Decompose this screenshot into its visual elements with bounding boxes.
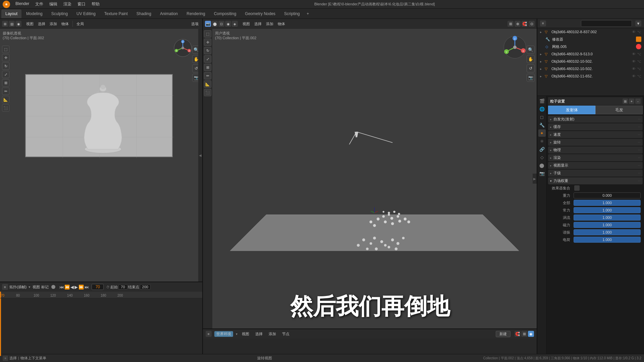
prop-objectdata-icon[interactable]: ◇ [538, 154, 546, 161]
left-collapse-handle[interactable]: ◀ [198, 29, 202, 282]
outliner-item-0[interactable]: ▸ ▽ Obj3d66-480102-8-837.002 👁 ⌥ [537, 28, 644, 36]
step-back-btn[interactable]: ⏪ [64, 285, 70, 290]
particle-tab-emit[interactable]: 发射体 [548, 106, 595, 114]
outliner-menu-icon[interactable]: ≡ [540, 20, 546, 26]
go-last-btn[interactable]: ⏭ [85, 285, 89, 290]
section-velocity-header[interactable]: ▸ 速度 ··· [548, 131, 643, 138]
normal-value[interactable]: 1.000 [574, 207, 641, 213]
charge-value[interactable]: 1.000 [574, 237, 641, 243]
menu-edit[interactable]: 编辑 [47, 1, 60, 8]
tab-scripting[interactable]: Scripting [280, 9, 304, 18]
proportional-icon[interactable]: ⊙ [529, 21, 535, 27]
left-options-menu[interactable]: 选项 [190, 21, 200, 27]
shader-add-menu[interactable]: 添加 [267, 331, 278, 337]
left-view-menu[interactable]: 视图 [24, 21, 35, 27]
harmonic-value[interactable]: 1.000 [574, 229, 641, 235]
shader-world-label[interactable]: 世界环境 [214, 331, 233, 337]
section-physics-header[interactable]: ▸ 物理 ··· [548, 146, 643, 154]
prop-scene-icon[interactable]: 🎬 [538, 97, 546, 105]
viewport3d-camera-icon[interactable]: 📷 [205, 21, 211, 27]
gravity-value[interactable]: 0.000 [574, 192, 641, 198]
timeline-menu-icon[interactable]: ≡ [2, 284, 8, 290]
shader-node-menu[interactable]: 节点 [280, 331, 291, 337]
r-pan-icon[interactable]: ✋ [527, 55, 535, 63]
prop-physics-icon[interactable]: ⚛ [538, 137, 546, 145]
menu-render[interactable]: 渲染 [61, 1, 74, 8]
right-view-menu[interactable]: 视图 [241, 21, 252, 27]
tab-geometry-nodes[interactable]: Geometry Nodes [241, 9, 279, 18]
outliner-item-6[interactable]: ▸ ▽ Obj3d66-480102-11-652. 👁 ⌥ [537, 72, 644, 80]
right-select-menu[interactable]: 选择 [253, 21, 263, 27]
shader-active-icon[interactable]: ◉ [528, 331, 534, 337]
right-object-menu[interactable]: 物体 [276, 21, 287, 27]
left-viewport-gizmo[interactable]: Z X Y [174, 39, 192, 57]
left-select-menu[interactable]: 选择 [36, 21, 47, 27]
right-add-menu[interactable]: 添加 [264, 21, 275, 27]
section-cache-header[interactable]: ▸ 缓存 ··· [548, 123, 643, 130]
render-icon-0[interactable]: ⌥ [637, 30, 641, 34]
outliner-item-4[interactable]: ▸ ▽ Obj3d66-480102-10-502. 👁 ⌥ [537, 58, 644, 65]
add-tool[interactable]: ⬛ [2, 104, 9, 112]
step-fwd-btn[interactable]: ⏩ [78, 285, 84, 290]
r-select-tool[interactable]: ⬚ [204, 30, 211, 38]
shader-grid-icon[interactable]: ⊞ [521, 331, 527, 337]
select-tool[interactable]: ⬚ [2, 46, 9, 53]
transform-tool[interactable]: ⊞ [2, 79, 9, 86]
left-add-menu[interactable]: 添加 [48, 21, 59, 27]
tab-add-button[interactable]: + [305, 10, 311, 17]
section-rotation-header[interactable]: ▸ 旋转 ··· [548, 139, 643, 146]
section-render-header[interactable]: ▸ 渲染 ··· [548, 154, 643, 161]
shader-select-menu[interactable]: 选择 [254, 331, 264, 337]
gizmo-icon[interactable]: ⊕ [515, 21, 521, 27]
turbulence-value[interactable]: 1.000 [574, 215, 641, 221]
r-scale-tool[interactable]: ⤢ [204, 55, 211, 63]
render-icon-3[interactable]: ⌥ [637, 52, 641, 56]
status-select-label[interactable]: 选择 [9, 356, 17, 361]
section-emission-header[interactable]: ▸ 自发光(发射) ··· [548, 116, 643, 123]
record-btn[interactable] [51, 285, 55, 289]
prop-modifier-icon[interactable]: 🔧 [538, 121, 546, 129]
render-icon-5[interactable]: ⌥ [637, 67, 641, 71]
play-back-btn[interactable]: ◀ [70, 285, 74, 290]
eye-icon-3[interactable]: 👁 [632, 52, 636, 56]
viewport3d-material-icon[interactable]: ◉ [225, 21, 231, 27]
r-rotate-tool[interactable]: ↻ [204, 47, 211, 54]
tab-sculpting[interactable]: Sculpting [47, 9, 72, 18]
viewport-mode-icon[interactable]: ▤ [9, 21, 15, 27]
measure-tool[interactable]: 📐 [2, 96, 9, 103]
tab-animation[interactable]: Animation [156, 9, 182, 18]
viewport-render-icon[interactable]: ◉ [15, 21, 21, 27]
magnetic-value[interactable]: 1.000 [574, 222, 641, 228]
current-frame-display[interactable]: 70 [92, 284, 104, 290]
outliner-item-modifier[interactable]: 🔧 修改器 [537, 36, 644, 43]
particle-settings-options-icon[interactable]: ⊞ [623, 99, 628, 104]
go-first-btn[interactable]: ⏮ [59, 285, 64, 290]
r-move-tool[interactable]: ✛ [204, 39, 211, 46]
outliner-search-input[interactable] [581, 20, 632, 27]
eye-icon-6[interactable]: 👁 [632, 74, 636, 78]
outliner-item-mesh[interactable]: ◇ 网格.005 [537, 43, 644, 50]
status-object-label[interactable]: 物体上下文菜单 [20, 356, 46, 361]
section-children-header[interactable]: ▸ 子级 ··· [548, 170, 643, 177]
viewport3d-rendered-icon[interactable]: ◈ [232, 21, 238, 27]
prop-world-icon[interactable]: 🌐 [538, 105, 546, 113]
render-icon-6[interactable]: ⌥ [637, 74, 641, 78]
snap-icon[interactable]: 🧲 [522, 21, 528, 27]
r-orbit-icon[interactable]: ↺ [527, 64, 535, 72]
eye-icon-0[interactable]: 👁 [632, 30, 636, 34]
effector-icon[interactable] [574, 185, 580, 191]
r-camera-icon[interactable]: 📷 [527, 74, 535, 82]
all-value[interactable]: 1.000 [574, 200, 641, 206]
end-frame-input[interactable]: 200 [140, 284, 151, 290]
r-measure-tool[interactable]: 📐 [204, 80, 211, 88]
prop-object-icon[interactable]: ◻ [538, 113, 546, 121]
tab-compositing[interactable]: Compositing [210, 9, 240, 18]
outliner-item-5[interactable]: ▸ ▽ Obj3d66-480102-10-502. 👁 ⌥ [537, 65, 644, 72]
outliner-item-3[interactable]: ▸ ▽ Obj3d66-480102-9-513.0 👁 ⌥ [537, 50, 644, 58]
render-icon-4[interactable]: ⌥ [637, 59, 641, 64]
particle-tab-hair[interactable]: 毛发 [595, 106, 643, 114]
eye-icon-5[interactable]: 👁 [632, 67, 636, 71]
blender-logo[interactable] [3, 1, 10, 8]
menu-help[interactable]: 帮助 [89, 1, 102, 8]
left-global-menu[interactable]: 全局 [75, 21, 86, 27]
